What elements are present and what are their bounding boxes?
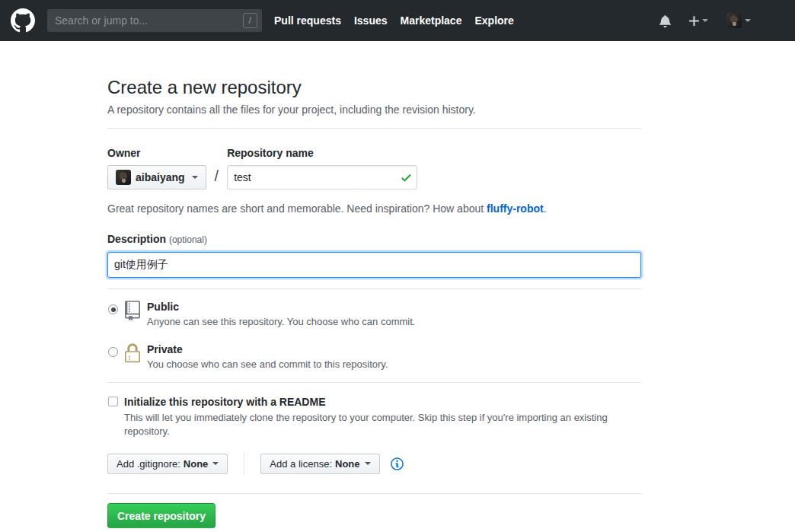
github-logo-icon[interactable] — [11, 8, 35, 33]
valid-check-icon — [401, 171, 411, 184]
add-license-button[interactable]: Add a license: None — [260, 454, 379, 474]
readme-option: Initialize this repository with a README… — [107, 394, 641, 438]
info-icon[interactable] — [391, 457, 404, 471]
avatar — [726, 13, 742, 28]
header-right — [659, 13, 751, 28]
public-label[interactable]: Public — [147, 300, 415, 314]
repo-name-input[interactable] — [227, 165, 417, 190]
main-content: Create a new repository A repository con… — [0, 76, 795, 528]
license-selected-value: None — [335, 458, 360, 470]
owner-avatar — [116, 170, 131, 185]
suggested-name-link[interactable]: fluffy-robot — [487, 202, 544, 215]
create-repository-button[interactable]: Create repository — [107, 503, 216, 528]
description-label: Description (optional) — [107, 231, 641, 247]
readme-note: This will let you immediately clone the … — [124, 411, 641, 438]
header-nav: Pull requests Issues Marketplace Explore — [274, 14, 514, 27]
public-description: Anyone can see this repository. You choo… — [147, 315, 415, 329]
divider — [107, 382, 641, 383]
repo-name-label: Repository name — [227, 145, 417, 161]
owner-select-button[interactable]: aibaiyang — [107, 165, 206, 190]
visibility-option-public: Public Anyone can see this repository. Y… — [107, 300, 641, 329]
lock-icon — [125, 343, 140, 364]
add-gitignore-button[interactable]: Add .gitignore: None — [107, 454, 228, 474]
repo-name-field: Repository name — [227, 145, 417, 190]
chevron-down-icon — [702, 19, 708, 22]
private-description: You choose who can see and commit to thi… — [147, 358, 388, 371]
divider — [107, 493, 641, 494]
readme-checkbox[interactable] — [108, 397, 118, 406]
nav-marketplace[interactable]: Marketplace — [401, 14, 462, 27]
chevron-down-icon — [745, 19, 751, 22]
nav-pull-requests[interactable]: Pull requests — [274, 14, 341, 27]
repo-name-hint: Great repository names are short and mem… — [107, 201, 641, 216]
owner-label: Owner — [107, 145, 206, 161]
template-buttons-row: Add .gitignore: None Add a license: None — [107, 452, 641, 475]
page-title: Create a new repository — [107, 76, 641, 99]
chevron-down-icon — [212, 462, 219, 465]
notifications-bell-icon[interactable] — [659, 14, 671, 27]
global-header: / Pull requests Issues Marketplace Explo… — [0, 0, 795, 41]
vertical-divider — [244, 452, 244, 475]
readme-label[interactable]: Initialize this repository with a README — [124, 394, 641, 409]
private-radio[interactable] — [108, 347, 118, 357]
owner-repo-row: Owner aibaiyang / Repository name — [107, 145, 641, 190]
description-field: Description (optional) — [107, 231, 641, 278]
divider — [107, 288, 641, 289]
owner-repo-separator: / — [206, 167, 228, 190]
hint-period: . — [544, 202, 547, 215]
user-menu-dropdown[interactable] — [726, 13, 751, 28]
hint-text: Great repository names are short and mem… — [107, 202, 487, 215]
optional-note: (optional) — [169, 234, 207, 245]
create-new-dropdown[interactable] — [689, 14, 708, 27]
private-label[interactable]: Private — [147, 342, 388, 357]
nav-explore[interactable]: Explore — [474, 14, 513, 27]
search-input[interactable] — [47, 9, 262, 32]
license-button-label: Add a license: — [270, 458, 332, 470]
description-input[interactable] — [107, 252, 641, 278]
chevron-down-icon — [365, 462, 371, 465]
header-search: / — [47, 9, 262, 32]
divider — [107, 128, 641, 129]
visibility-option-private: Private You choose who can see and commi… — [107, 342, 641, 371]
owner-field: Owner aibaiyang — [107, 145, 206, 190]
page-subtitle: A repository contains all the files for … — [107, 102, 641, 117]
repo-book-icon — [125, 301, 140, 321]
chevron-down-icon — [192, 176, 198, 179]
gitignore-selected-value: None — [184, 458, 209, 470]
owner-name: aibaiyang — [136, 171, 185, 183]
nav-issues[interactable]: Issues — [354, 14, 388, 27]
gitignore-button-label: Add .gitignore: — [117, 458, 180, 470]
description-label-text: Description — [107, 233, 166, 245]
search-shortcut-badge: / — [243, 13, 257, 28]
public-radio[interactable] — [108, 304, 118, 314]
plus-icon — [689, 14, 699, 27]
